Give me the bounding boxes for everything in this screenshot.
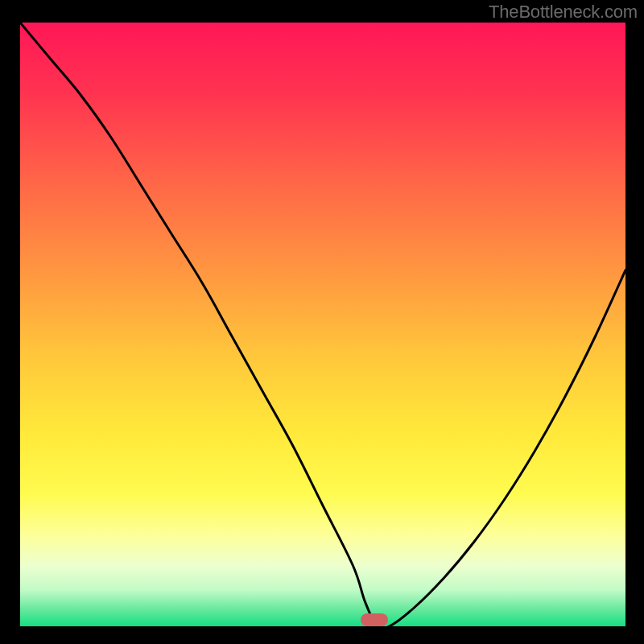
plot-area <box>20 23 625 626</box>
attribution-text: TheBottleneck.com <box>489 2 638 23</box>
optimum-marker <box>361 613 388 627</box>
bottleneck-curve <box>20 23 625 626</box>
chart-container: TheBottleneck.com <box>0 0 644 644</box>
